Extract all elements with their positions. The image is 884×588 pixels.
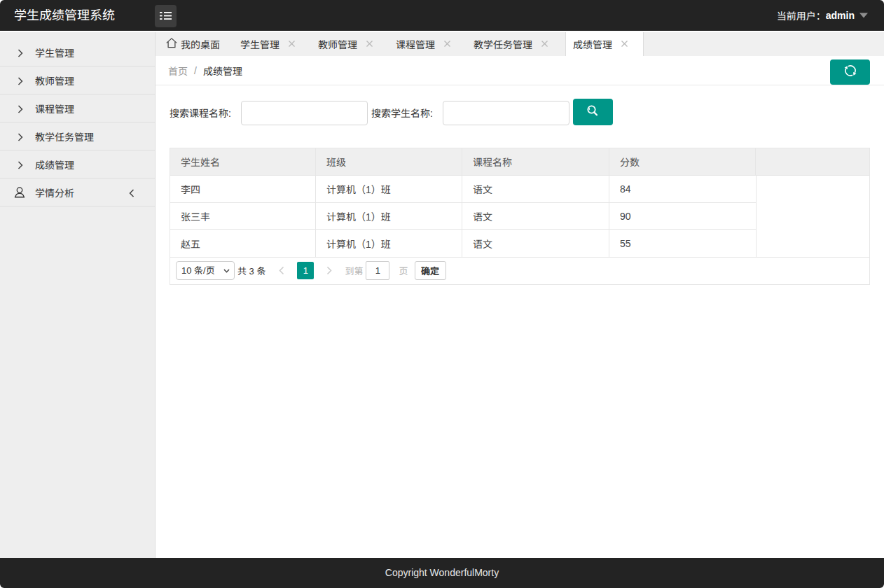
chevron-right-icon	[18, 104, 23, 115]
cell-student-name: 张三丰	[170, 203, 316, 230]
sidebar-item-label: 学情分析	[35, 186, 74, 200]
footer: Copyright WonderfulMorty	[0, 558, 884, 588]
tab-label: 教师管理	[318, 37, 357, 51]
app-window: 学生成绩管理系统 当前用户：admin 学生管理	[0, 0, 884, 588]
total-count: 共 3 条	[237, 264, 265, 277]
search-icon	[585, 104, 600, 121]
sidebar-item-student-mgmt[interactable]: 学生管理	[0, 38, 155, 66]
cell-score: 55	[609, 230, 756, 257]
close-icon[interactable]	[288, 38, 296, 50]
tab-course-mgmt[interactable]: 课程管理	[385, 32, 462, 56]
column-header-course-name: 课程名称	[462, 148, 609, 175]
search-student-label: 搜索学生名称:	[371, 106, 433, 120]
list-icon	[160, 11, 172, 22]
sidebar-item-learning-analysis[interactable]: 学情分析	[0, 178, 155, 206]
close-icon[interactable]	[541, 38, 548, 50]
cell-course: 语文	[462, 203, 609, 230]
page-number-1[interactable]: 1	[297, 262, 314, 279]
chevron-right-icon	[18, 76, 23, 88]
table-row: 赵五 计算机（1）班 语文 55	[170, 230, 756, 257]
search-student-input[interactable]	[443, 101, 569, 125]
tabbar: 我的桌面 学生管理 教师管理 课程管理 教学任务管理 成绩管理	[156, 32, 884, 56]
tab-desktop[interactable]: 我的桌面	[156, 32, 229, 56]
tab-task-mgmt[interactable]: 教学任务管理	[462, 32, 560, 56]
goto-page-suffix: 页	[399, 264, 408, 277]
search-form: 搜索课程名称: 搜索学生名称:	[170, 99, 870, 126]
chevron-right-icon	[18, 132, 23, 144]
caret-down-icon	[859, 13, 868, 18]
table-row: 张三丰 计算机（1）班 语文 90	[170, 203, 756, 230]
search-course-input[interactable]	[241, 101, 368, 125]
cell-class: 计算机（1）班	[316, 230, 462, 257]
chevron-right-icon	[18, 160, 23, 172]
sidebar-item-label: 成绩管理	[35, 158, 74, 172]
goto-page-input[interactable]	[366, 261, 389, 280]
tab-label: 学生管理	[240, 37, 279, 51]
search-course-label: 搜索课程名称:	[170, 106, 231, 120]
sidebar-menu: 学生管理 教师管理 课程管理 教学任务管理 成绩管理	[0, 38, 155, 206]
close-icon[interactable]	[366, 38, 373, 50]
column-header-actions	[756, 148, 869, 175]
sidebar: 学生管理 教师管理 课程管理 教学任务管理 成绩管理	[0, 32, 156, 558]
tab-teacher-mgmt[interactable]: 教师管理	[307, 32, 385, 56]
close-icon[interactable]	[621, 38, 628, 50]
column-header-score: 分数	[609, 148, 756, 175]
chevron-left-icon	[129, 188, 134, 200]
breadcrumb-current: 成绩管理	[203, 64, 242, 78]
tab-student-mgmt[interactable]: 学生管理	[229, 32, 307, 56]
page-size-select[interactable]: 10 条/页	[176, 261, 235, 280]
goto-page-prefix: 到第	[345, 264, 363, 277]
tab-label: 课程管理	[396, 37, 435, 51]
table-empty-column	[756, 176, 869, 257]
table-header-row: 学生姓名 班级 课程名称 分数	[170, 148, 869, 175]
sidebar-item-task-mgmt[interactable]: 教学任务管理	[0, 122, 155, 150]
sidebar-item-teacher-mgmt[interactable]: 教师管理	[0, 66, 155, 94]
next-page-button[interactable]	[321, 262, 338, 279]
current-user-label: 当前用户：	[777, 8, 826, 22]
close-icon[interactable]	[443, 38, 451, 50]
prev-page-button[interactable]	[273, 262, 290, 279]
cell-class: 计算机（1）班	[316, 176, 462, 202]
tab-score-mgmt[interactable]: 成绩管理	[565, 32, 644, 56]
breadcrumb-separator: /	[194, 65, 197, 76]
copyright-text: Copyright WonderfulMorty	[385, 567, 499, 578]
cell-student-name: 李四	[170, 176, 316, 202]
cell-score: 84	[609, 176, 756, 202]
sidebar-item-label: 课程管理	[35, 102, 74, 115]
current-user-menu[interactable]: 当前用户：admin	[777, 0, 868, 31]
page-size-select-wrap: 10 条/页	[176, 261, 235, 280]
refresh-button[interactable]	[830, 59, 870, 85]
cell-course: 语文	[462, 230, 609, 257]
column-header-class: 班级	[316, 148, 462, 175]
table-body: 李四 计算机（1）班 语文 84 张三丰 计算机（1）班 语文 90 赵	[170, 175, 869, 257]
cell-course: 语文	[462, 176, 609, 202]
tab-label: 成绩管理	[573, 37, 612, 51]
confirm-page-button[interactable]: 确定	[415, 261, 446, 280]
main-content: 我的桌面 学生管理 教师管理 课程管理 教学任务管理 成绩管理	[156, 32, 884, 558]
cell-class: 计算机（1）班	[316, 203, 462, 230]
search-button[interactable]	[573, 99, 613, 125]
cell-student-name: 赵五	[170, 230, 316, 257]
current-user-name: admin	[826, 10, 855, 21]
home-icon	[166, 38, 177, 50]
sidebar-toggle-button[interactable]	[155, 5, 177, 27]
tab-label: 我的桌面	[181, 37, 220, 51]
tab-label: 教学任务管理	[474, 37, 532, 51]
sidebar-item-label: 教师管理	[35, 74, 74, 88]
sidebar-item-label: 教学任务管理	[35, 130, 94, 144]
scores-table: 学生姓名 班级 课程名称 分数 李四 计算机（1）班 语文 84	[170, 148, 870, 285]
breadcrumb-home[interactable]: 首页	[168, 64, 188, 78]
sidebar-item-course-mgmt[interactable]: 课程管理	[0, 94, 155, 122]
sidebar-item-label: 学生管理	[35, 46, 74, 59]
table-row: 李四 计算机（1）班 语文 84	[170, 176, 756, 203]
app-title: 学生成绩管理系统	[14, 0, 115, 29]
refresh-icon	[843, 64, 857, 78]
person-icon	[14, 187, 25, 200]
chevron-right-icon	[18, 48, 23, 59]
topbar: 学生成绩管理系统 当前用户：admin	[0, 0, 884, 31]
pagination: 10 条/页 共 3 条 1 到第 页 确定	[170, 257, 869, 284]
breadcrumb-row: 首页 / 成绩管理	[156, 56, 884, 85]
page-body: 搜索课程名称: 搜索学生名称: 学生姓名	[156, 99, 884, 285]
sidebar-item-score-mgmt[interactable]: 成绩管理	[0, 150, 155, 178]
column-header-student-name: 学生姓名	[170, 148, 316, 175]
